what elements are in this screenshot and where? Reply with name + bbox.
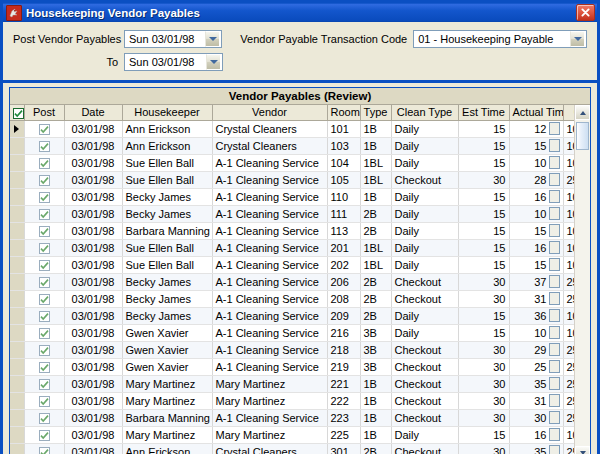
table-row[interactable]: 03/01/98Gwen XavierA-1 Cleaning Service2…: [10, 324, 574, 341]
cell-post[interactable]: [24, 205, 64, 222]
row-selector[interactable]: [10, 324, 24, 341]
actual-time-editor-stub[interactable]: [549, 122, 560, 135]
cell-vendor[interactable]: A-1 Cleaning Service: [212, 188, 327, 205]
cell-room[interactable]: 202: [327, 256, 360, 273]
cell-actual-time[interactable]: 35: [509, 375, 563, 392]
cell-vendor[interactable]: Mary Martinez: [212, 375, 327, 392]
cell-date[interactable]: 03/01/98: [64, 409, 122, 426]
vertical-scroll-track[interactable]: [575, 120, 590, 446]
cell-type[interactable]: 2B: [360, 222, 391, 239]
cell-cost[interactable]: 25.00: [563, 443, 574, 454]
cell-clean-type[interactable]: Daily: [391, 426, 458, 443]
cell-housekeeper[interactable]: Sue Ellen Ball: [122, 154, 212, 171]
cell-post[interactable]: [24, 171, 64, 188]
table-row[interactable]: 03/01/98Sue Ellen BallA-1 Cleaning Servi…: [10, 154, 574, 171]
row-selector[interactable]: [10, 392, 24, 409]
cell-housekeeper[interactable]: Barbara Manning: [122, 409, 212, 426]
post-checkbox[interactable]: [39, 311, 50, 322]
cell-type[interactable]: 1B: [360, 409, 391, 426]
cell-type[interactable]: 1B: [360, 137, 391, 154]
cell-clean-type[interactable]: Checkout: [391, 341, 458, 358]
select-all-header[interactable]: [10, 105, 24, 120]
post-checkbox[interactable]: [39, 158, 50, 169]
post-checkbox[interactable]: [39, 124, 50, 135]
cell-cost[interactable]: 25.00: [563, 341, 574, 358]
cell-actual-time[interactable]: 31: [509, 392, 563, 409]
cell-date[interactable]: 03/01/98: [64, 137, 122, 154]
post-checkbox[interactable]: [39, 277, 50, 288]
cell-est-time[interactable]: 15: [458, 256, 509, 273]
cell-clean-type[interactable]: Daily: [391, 205, 458, 222]
cell-housekeeper[interactable]: Gwen Xavier: [122, 341, 212, 358]
cell-vendor[interactable]: A-1 Cleaning Service: [212, 256, 327, 273]
row-selector[interactable]: [10, 341, 24, 358]
transaction-code-combo[interactable]: 01 - Housekeeping Payable: [413, 30, 587, 48]
actual-time-editor-stub[interactable]: [549, 309, 560, 322]
table-row[interactable]: 03/01/98Becky JamesA-1 Cleaning Service1…: [10, 205, 574, 222]
cell-clean-type[interactable]: Checkout: [391, 392, 458, 409]
row-selector[interactable]: [10, 256, 24, 273]
cell-cost[interactable]: 10.00: [563, 256, 574, 273]
post-checkbox[interactable]: [39, 379, 50, 390]
cell-cost[interactable]: 10.00: [563, 188, 574, 205]
cell-cost[interactable]: 10.00: [563, 137, 574, 154]
actual-time-editor-stub[interactable]: [549, 207, 560, 220]
row-selector[interactable]: [10, 239, 24, 256]
cell-date[interactable]: 03/01/98: [64, 443, 122, 454]
cell-vendor[interactable]: Mary Martinez: [212, 426, 327, 443]
cell-room[interactable]: 209: [327, 307, 360, 324]
row-selector[interactable]: [10, 120, 24, 137]
actual-time-editor-stub[interactable]: [549, 292, 560, 305]
cell-housekeeper[interactable]: Becky James: [122, 205, 212, 222]
vertical-scroll-thumb[interactable]: [576, 122, 589, 150]
column-header-date[interactable]: Date: [64, 105, 122, 120]
cell-type[interactable]: 2B: [360, 205, 391, 222]
actual-time-editor-stub[interactable]: [549, 377, 560, 390]
cell-cost[interactable]: 25.00: [563, 358, 574, 375]
cell-vendor[interactable]: A-1 Cleaning Service: [212, 358, 327, 375]
cell-cost[interactable]: 25.00: [563, 171, 574, 188]
row-selector[interactable]: [10, 426, 24, 443]
cell-room[interactable]: 103: [327, 137, 360, 154]
cell-actual-time[interactable]: 15: [509, 137, 563, 154]
select-all-checkbox[interactable]: [13, 108, 24, 119]
cell-housekeeper[interactable]: Sue Ellen Ball: [122, 171, 212, 188]
cell-vendor[interactable]: A-1 Cleaning Service: [212, 205, 327, 222]
cell-est-time[interactable]: 30: [458, 341, 509, 358]
cell-type[interactable]: 3B: [360, 341, 391, 358]
cell-post[interactable]: [24, 222, 64, 239]
column-header-est-time[interactable]: Est Time: [458, 105, 509, 120]
cell-clean-type[interactable]: Checkout: [391, 375, 458, 392]
cell-type[interactable]: 2B: [360, 290, 391, 307]
cell-post[interactable]: [24, 341, 64, 358]
cell-clean-type[interactable]: Daily: [391, 154, 458, 171]
cell-type[interactable]: 1BL: [360, 171, 391, 188]
cell-post[interactable]: [24, 392, 64, 409]
cell-est-time[interactable]: 15: [458, 137, 509, 154]
cell-vendor[interactable]: Crystal Cleaners: [212, 120, 327, 137]
actual-time-editor-stub[interactable]: [549, 241, 560, 254]
cell-room[interactable]: 219: [327, 358, 360, 375]
table-row[interactable]: 03/01/98Becky JamesA-1 Cleaning Service1…: [10, 188, 574, 205]
cell-date[interactable]: 03/01/98: [64, 341, 122, 358]
row-selector[interactable]: [10, 273, 24, 290]
cell-cost[interactable]: 10.00: [563, 205, 574, 222]
cell-housekeeper[interactable]: Becky James: [122, 307, 212, 324]
cell-cost[interactable]: 10.00: [563, 120, 574, 137]
row-selector[interactable]: [10, 222, 24, 239]
cell-actual-time[interactable]: 31: [509, 290, 563, 307]
cell-date[interactable]: 03/01/98: [64, 290, 122, 307]
table-row[interactable]: 03/01/98Ann EricksonCrystal Cleaners1031…: [10, 137, 574, 154]
cell-type[interactable]: 2B: [360, 273, 391, 290]
row-selector[interactable]: [10, 205, 24, 222]
cell-post[interactable]: [24, 307, 64, 324]
cell-date[interactable]: 03/01/98: [64, 273, 122, 290]
cell-room[interactable]: 113: [327, 222, 360, 239]
cell-date[interactable]: 03/01/98: [64, 188, 122, 205]
cell-est-time[interactable]: 30: [458, 409, 509, 426]
cell-est-time[interactable]: 15: [458, 120, 509, 137]
cell-post[interactable]: [24, 358, 64, 375]
cell-room[interactable]: 225: [327, 426, 360, 443]
cell-post[interactable]: [24, 273, 64, 290]
cell-housekeeper[interactable]: Becky James: [122, 188, 212, 205]
